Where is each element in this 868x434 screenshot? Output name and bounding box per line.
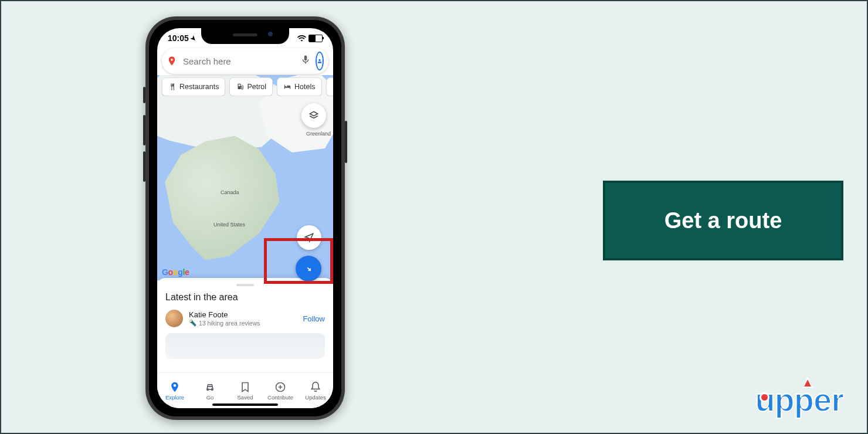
nav-label: Updates: [305, 394, 326, 401]
svg-point-1: [318, 59, 320, 61]
shopping-cart-icon: [333, 83, 334, 91]
fork-knife-icon: [168, 83, 177, 91]
nav-label: Contribute: [267, 394, 293, 401]
phone-screen: 10:05 ➤: [157, 28, 333, 408]
callout-text: Get a route: [664, 208, 782, 233]
bottom-nav: Explore Go Saved Contribute: [157, 372, 333, 408]
layers-button[interactable]: [301, 103, 326, 128]
phone-frame: 10:05 ➤: [145, 16, 345, 420]
tutorial-slide: 10:05 ➤: [0, 0, 868, 434]
contributor-meta: Katie Foote 🔦 13 hiking area reviews: [189, 310, 297, 327]
my-location-button[interactable]: [297, 225, 321, 250]
nav-label: Saved: [238, 394, 253, 401]
nav-explore[interactable]: Explore: [157, 373, 192, 408]
flashlight-icon: 🔦: [189, 319, 196, 327]
chip-restaurants[interactable]: Restaurants: [162, 77, 225, 96]
logo-dot-icon: [760, 392, 769, 402]
bell-icon: [310, 381, 321, 393]
contributor-sub-text: 13 hiking area reviews: [199, 320, 260, 327]
map-label-us: United States: [213, 222, 245, 228]
logo-letter-u: u: [755, 381, 774, 419]
chip-groceries[interactable]: Groceries: [326, 77, 334, 96]
location-services-icon: ➤: [189, 33, 198, 43]
google-watermark: Google: [162, 267, 189, 277]
follow-button[interactable]: Follow: [303, 314, 325, 323]
sheet-drag-handle[interactable]: [236, 284, 254, 286]
nav-updates[interactable]: Updates: [298, 373, 333, 408]
search-input[interactable]: [182, 56, 296, 67]
map-label-greenland: Greenland: [306, 131, 331, 137]
chip-petrol[interactable]: Petrol: [229, 77, 273, 96]
gas-pump-icon: [236, 83, 244, 91]
callout-banner: Get a route: [603, 181, 843, 260]
upper-logo: upp▲er: [755, 381, 843, 419]
feed-post[interactable]: Katie Foote 🔦 13 hiking area reviews Fol…: [165, 310, 325, 327]
status-time: 10:05: [168, 33, 189, 43]
car-icon: [204, 381, 216, 393]
contributor-name: Katie Foote: [189, 310, 297, 319]
search-bar[interactable]: [162, 48, 328, 74]
chip-label: Hotels: [294, 83, 315, 91]
home-indicator[interactable]: [212, 404, 278, 406]
phone-bezel: 10:05 ➤: [149, 20, 341, 416]
directions-button[interactable]: [296, 256, 321, 282]
power-button: [345, 121, 347, 163]
directions-icon: [300, 260, 317, 277]
nav-label: Explore: [165, 394, 184, 401]
chip-hotels[interactable]: Hotels: [277, 77, 321, 96]
volume-down: [143, 151, 145, 182]
logo-arrow-icon: ▲: [800, 373, 815, 391]
nav-label: Go: [206, 394, 214, 401]
bookmark-icon: [239, 381, 251, 393]
nav-contribute[interactable]: Contribute: [263, 373, 298, 408]
status-right: [297, 35, 323, 42]
account-avatar-button[interactable]: [316, 52, 324, 70]
contributor-avatar[interactable]: [165, 310, 183, 327]
status-bar: 10:05 ➤: [157, 29, 333, 47]
google-maps-pin-icon: [167, 56, 177, 66]
location-arrow-icon: [304, 232, 314, 243]
map-label-canada: Canada: [221, 189, 239, 195]
nav-saved[interactable]: Saved: [228, 373, 263, 408]
contributor-subtitle: 🔦 13 hiking area reviews: [189, 319, 297, 327]
wifi-icon: [297, 35, 306, 42]
chip-label: Restaurants: [179, 83, 219, 91]
volume-up: [143, 115, 145, 145]
bottom-sheet[interactable]: Latest in the area Katie Foote 🔦 13 hiki…: [157, 278, 333, 373]
layers-icon: [308, 110, 319, 121]
nav-go[interactable]: Go: [192, 373, 228, 408]
chip-label: Petrol: [247, 83, 266, 91]
plus-circle-icon: [274, 381, 286, 393]
category-chip-row[interactable]: Restaurants Petrol Hotels Groceries: [157, 77, 333, 96]
pin-icon: [169, 381, 181, 393]
mute-switch: [143, 87, 145, 103]
svg-point-0: [171, 59, 173, 61]
status-left: 10:05 ➤: [168, 33, 196, 43]
sheet-title: Latest in the area: [165, 292, 325, 303]
bed-icon: [283, 83, 291, 91]
feed-photo-card[interactable]: [165, 333, 325, 359]
battery-icon: [308, 35, 323, 42]
microphone-icon[interactable]: [300, 55, 311, 67]
